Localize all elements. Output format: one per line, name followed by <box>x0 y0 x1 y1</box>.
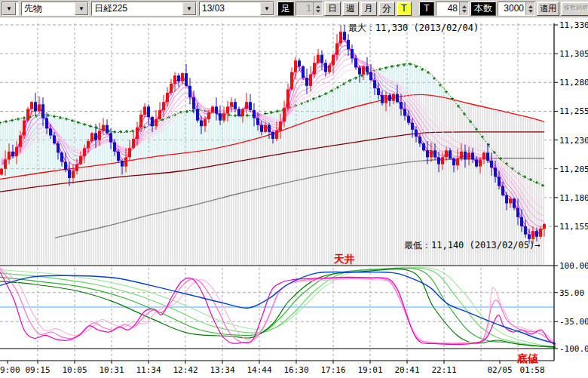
spinner-icon[interactable] <box>313 2 322 15</box>
time-tick-label: 20:41 <box>394 365 419 375</box>
rci-pink-pale <box>0 268 556 344</box>
price-tick-label: 11,255 <box>559 106 588 116</box>
time-tick-label: 17:16 <box>320 365 345 375</box>
tick-count-value: 48 <box>436 2 459 15</box>
oscillator-panel <box>0 267 556 347</box>
chevron-down-icon[interactable]: ▼ <box>182 2 196 15</box>
chart-area[interactable]: 11,33011,30511,28011,25511,23011,20511,1… <box>0 17 588 378</box>
rci-green-mid <box>0 268 556 347</box>
interval-stepper[interactable]: 1 <box>296 2 323 16</box>
price-tick-label: 11,155 <box>559 222 588 232</box>
time-tick-label: 10:05 <box>62 365 87 375</box>
time-tick-label: 09:15 <box>25 365 50 375</box>
apply-button[interactable]: 適用 <box>537 2 559 16</box>
time-tick-label: 11:34 <box>136 365 161 375</box>
time-tick-label: 14:44 <box>247 365 271 375</box>
time-tick-label: 12:42 <box>173 365 198 375</box>
minute-period-button[interactable]: 分 <box>378 2 395 16</box>
spinner-icon[interactable] <box>459 2 468 15</box>
month-period-button[interactable]: 月 <box>360 2 377 16</box>
interval-value: 1 <box>296 2 313 15</box>
rci-green-dark <box>0 269 556 347</box>
osc-tick-label: -100.00 <box>559 344 588 354</box>
day-period-button[interactable]: 日 <box>324 2 341 16</box>
symbol-select[interactable]: 日経225 ▼ <box>91 2 197 16</box>
time-tick-label: 19:01 <box>357 365 382 375</box>
chevron-down-icon[interactable]: ▼ <box>75 2 88 15</box>
trading-app-window: { "toolbar": { "combo_arrow": "▼", "mark… <box>0 0 588 378</box>
max-price-annotation: 最大：11,330 (2013/02/04) <box>348 23 479 33</box>
bar-count-value: 3000 <box>498 2 525 15</box>
bottom-label: 底値 <box>516 352 538 364</box>
price-tick-label: 11,305 <box>559 49 588 59</box>
market-select-value: 先物 <box>22 2 75 15</box>
price-tick-label: 11,280 <box>559 78 588 88</box>
bar-count-button[interactable]: 本数 <box>470 2 496 16</box>
multi-symbol-button[interactable]: 複数銘柄 <box>561 2 588 16</box>
min-price-annotation: 最低：11,140 (2013/02/05)→ <box>404 240 541 250</box>
price-tick-label: 11,230 <box>559 136 588 146</box>
bar-count-stepper[interactable]: 3000 <box>498 2 535 16</box>
time-tick-label: 09:00 <box>0 365 20 375</box>
toolbar: ▼ 先物 ▼ 日経225 ▼ 13/03 ▼ 足 1 日 週 月 分 T T 4… <box>0 0 588 17</box>
time-tick-label: 01:58 <box>519 365 544 375</box>
osc-tick-label: 100.00 <box>559 261 588 271</box>
rci-green-light <box>0 268 556 348</box>
contract-month-select[interactable]: 13/03 ▼ <box>199 2 274 16</box>
ceiling-label: 天井 <box>333 253 355 265</box>
price-chart-canvas[interactable]: 11,33011,30511,28011,25511,23011,20511,1… <box>0 17 588 378</box>
spinner-icon[interactable] <box>525 2 534 15</box>
tick-count-stepper[interactable]: 48 <box>436 2 469 16</box>
history-dropdown[interactable]: ▼ <box>2 2 19 16</box>
market-select[interactable]: 先物 ▼ <box>21 2 89 16</box>
price-tick-label: 11,330 <box>559 20 588 30</box>
week-period-button[interactable]: 週 <box>342 2 359 16</box>
time-tick-label: 13:34 <box>210 365 234 375</box>
price-tick-label: 11,180 <box>559 193 588 203</box>
time-tick-label: 16:30 <box>283 365 308 375</box>
chevron-down-icon[interactable]: ▼ <box>2 2 16 15</box>
candle-type-button[interactable]: 足 <box>277 2 294 16</box>
price-tick-label: 11,205 <box>559 164 588 174</box>
tick-mode-button[interactable]: T <box>419 2 434 16</box>
time-tick-label: 10:31 <box>99 365 124 375</box>
tick-toggle-button[interactable]: T <box>397 2 412 16</box>
osc-tick-label: 35.00 <box>559 288 584 298</box>
time-tick-label: 22:11 <box>431 365 456 375</box>
time-tick-label: 02/05 <box>487 365 512 375</box>
rci-green-pale <box>0 267 556 347</box>
symbol-select-value: 日経225 <box>92 2 182 15</box>
chevron-down-icon[interactable]: ▼ <box>260 2 274 15</box>
contract-month-value: 13/03 <box>200 2 260 15</box>
osc-tick-label: -35.00 <box>559 317 588 327</box>
